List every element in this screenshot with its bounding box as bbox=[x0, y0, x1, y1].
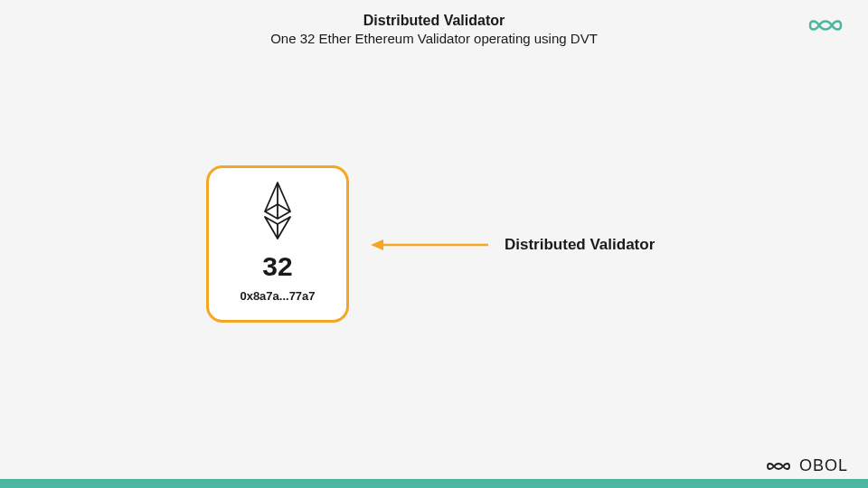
validator-address: 0x8a7a...77a7 bbox=[240, 289, 315, 303]
infinity-icon bbox=[763, 457, 794, 475]
stake-amount: 32 bbox=[262, 251, 292, 282]
footer-bar bbox=[0, 479, 868, 488]
header: Distributed Validator One 32 Ether Ether… bbox=[0, 0, 868, 46]
brand-logo-bottom: OBOL bbox=[763, 456, 848, 475]
arrow-label: Distributed Validator bbox=[505, 236, 655, 254]
brand-logo-top bbox=[803, 13, 846, 42]
page-title: Distributed Validator bbox=[0, 13, 868, 29]
brand-name: OBOL bbox=[799, 456, 848, 475]
infinity-icon bbox=[803, 13, 846, 38]
validator-card: 32 0x8a7a...77a7 bbox=[206, 165, 349, 323]
arrow-left-icon bbox=[371, 238, 488, 252]
ethereum-icon bbox=[258, 181, 297, 242]
arrow-annotation: Distributed Validator bbox=[371, 236, 655, 254]
page-subtitle: One 32 Ether Ethereum Validator operatin… bbox=[0, 31, 868, 46]
